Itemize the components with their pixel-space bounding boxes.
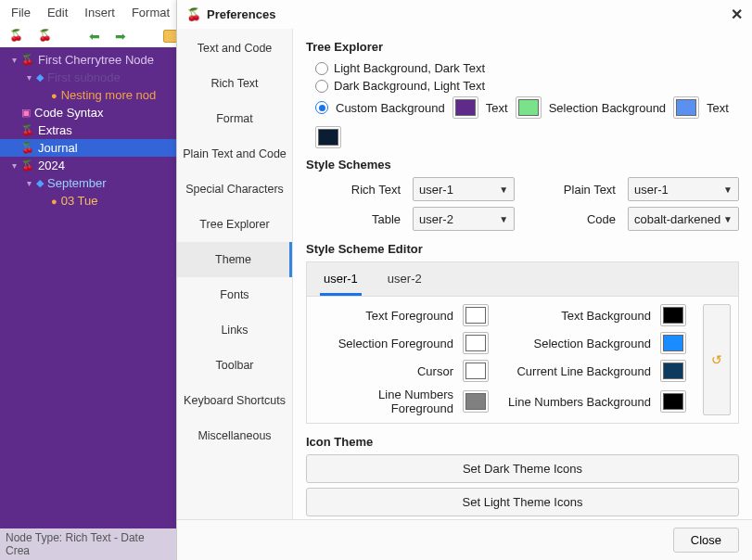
section-style-schemes: Style Schemes (306, 158, 739, 172)
cherry-icon[interactable]: 🍒 (9, 29, 23, 42)
cherry-icon: 🍒 (186, 7, 201, 21)
color-text-bg[interactable] (660, 304, 686, 326)
category-item[interactable]: Format (177, 101, 292, 136)
tab-user-1[interactable]: user-1 (320, 268, 362, 296)
tree-item[interactable]: ●Nesting more nod (0, 86, 176, 104)
color-linenum-fg[interactable] (463, 390, 489, 413)
tree-item[interactable]: ▾🍒First Cherrytree Node (0, 51, 176, 69)
category-item[interactable]: Fonts (177, 277, 292, 312)
color-custom-bg[interactable] (452, 96, 478, 119)
select-plain-text[interactable]: user-1▼ (628, 177, 739, 201)
preferences-content: Tree Explorer Light Background, Dark Tex… (293, 29, 752, 519)
menu-file[interactable]: File (11, 6, 31, 19)
radio-custom-bg[interactable] (315, 101, 328, 114)
scheme-editor-tabs: user-1 user-2 (306, 261, 739, 296)
chevron-down-icon: ▼ (723, 185, 733, 195)
category-item[interactable]: Special Characters (177, 172, 292, 207)
dialog-footer: Close (177, 519, 752, 560)
select-table[interactable]: user-2▼ (413, 207, 515, 231)
category-item[interactable]: Miscellaneous (177, 418, 292, 453)
category-item[interactable]: Links (177, 312, 292, 348)
color-sel-text[interactable] (315, 126, 341, 148)
color-sel-bg2[interactable] (660, 332, 686, 354)
tree-item[interactable]: ▾◆September (0, 174, 176, 192)
chevron-down-icon: ▼ (499, 185, 508, 195)
category-item[interactable]: Text and Code (177, 31, 292, 66)
close-icon[interactable]: ✕ (731, 6, 743, 23)
color-cursor[interactable] (463, 360, 489, 382)
color-curline-bg[interactable] (660, 360, 686, 382)
tree-item[interactable]: ▾◆First subnode (0, 69, 176, 86)
category-item[interactable]: Keyboard Shortcuts (177, 383, 292, 418)
category-item[interactable]: Theme (177, 242, 292, 277)
color-text-fg[interactable] (463, 304, 489, 326)
section-icon-theme: Icon Theme (306, 435, 739, 449)
category-item[interactable]: Toolbar (177, 348, 292, 383)
menu-format[interactable]: Format (132, 6, 170, 19)
tree-item[interactable]: 🍒Journal (0, 139, 176, 157)
select-rich-text[interactable]: user-1▼ (413, 177, 515, 201)
tree-item[interactable]: ▣Code Syntax (0, 104, 176, 121)
tree-item[interactable]: ●03 Tue (0, 192, 176, 210)
nav-back-icon[interactable]: ⬅ (89, 29, 100, 44)
preferences-dialog: 🍒 Preferences ✕ Text and CodeRich TextFo… (176, 0, 752, 560)
set-dark-icons-button[interactable]: Set Dark Theme Icons (306, 454, 739, 483)
status-bar: Node Type: Rich Text - Date Crea (0, 528, 176, 560)
close-button[interactable]: Close (673, 528, 739, 553)
nav-forward-icon[interactable]: ➡ (115, 29, 126, 44)
radio-light-bg[interactable] (315, 62, 328, 75)
color-linenum-bg[interactable] (660, 390, 686, 413)
select-code[interactable]: cobalt-darkened▼ (628, 207, 739, 231)
category-list: Text and CodeRich TextFormatPlain Text a… (177, 29, 293, 519)
dialog-title: Preferences (207, 7, 275, 21)
radio-dark-bg[interactable] (315, 80, 328, 93)
category-item[interactable]: Tree Explorer (177, 207, 292, 242)
tree-item[interactable]: ▾🍒2024 (0, 157, 176, 174)
section-scheme-editor: Style Scheme Editor (306, 242, 739, 256)
section-tree-explorer: Tree Explorer (306, 40, 739, 54)
category-item[interactable]: Plain Text and Code (177, 136, 292, 172)
chevron-down-icon: ▼ (723, 214, 733, 224)
color-sel-bg[interactable] (673, 96, 699, 119)
tab-user-2[interactable]: user-2 (384, 268, 426, 296)
cherry-icon[interactable]: 🍒 (38, 29, 52, 42)
reset-scheme-button[interactable]: ↺ (703, 304, 731, 415)
dialog-titlebar: 🍒 Preferences ✕ (177, 0, 752, 29)
set-light-icons-button[interactable]: Set Light Theme Icons (306, 488, 739, 516)
menu-insert[interactable]: Insert (84, 6, 115, 19)
color-sel-fg[interactable] (463, 332, 489, 354)
color-custom-text[interactable] (516, 96, 542, 119)
tree-item[interactable]: 🍒Extras (0, 121, 176, 139)
menu-edit[interactable]: Edit (47, 6, 68, 19)
chevron-down-icon: ▼ (499, 214, 508, 224)
category-item[interactable]: Rich Text (177, 66, 292, 101)
tree-panel: ▾🍒First Cherrytree Node▾◆First subnode●N… (0, 47, 176, 552)
